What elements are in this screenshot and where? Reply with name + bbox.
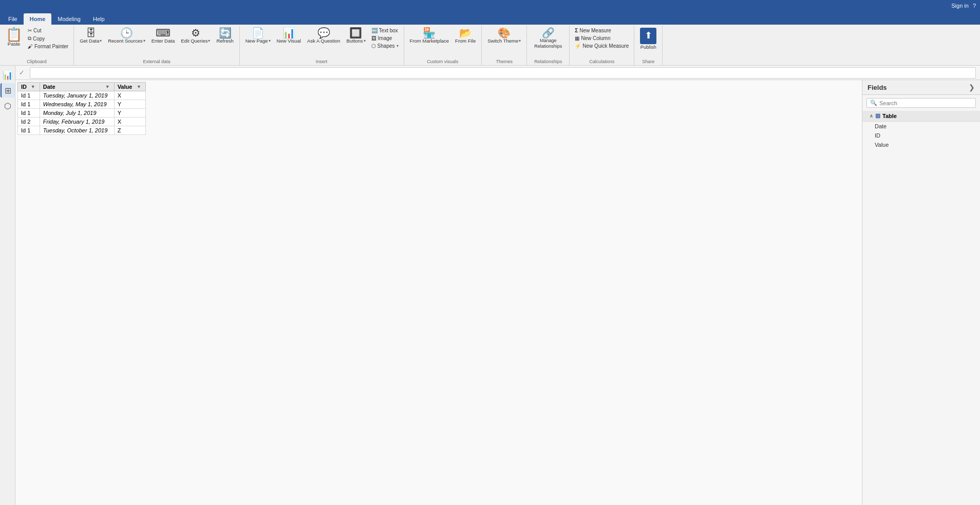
new-measure-icon: Σ [575,28,578,33]
sidebar-data-icon[interactable]: ⊞ [1,83,15,98]
cell-date: Tuesday, January 1, 2019 [40,91,114,100]
ribbon-group-relationships: 🔗 Manage Relationships Relationships [527,26,570,65]
field-name: ID [875,132,880,139]
tab-help[interactable]: Help [87,13,111,25]
new-page-arrow: ▾ [269,38,271,44]
cell-id: Id 1 [18,109,40,118]
table-row: Id 1Wednesday, May 1, 2019Y [18,100,146,109]
col-filter-date[interactable]: ▼ [104,84,111,89]
signin-link[interactable]: Sign in [951,3,969,9]
format-painter-button[interactable]: 🖌 Format Painter [26,43,70,50]
recent-sources-button[interactable]: 🕒 Recent Sources ▾ [105,27,148,45]
image-button[interactable]: 🖼 Image [369,34,401,42]
col-filter-id[interactable]: ▼ [30,84,36,89]
ribbon-group-external-data: 🗄 Get Data ▾ 🕒 Recent Sources ▾ ⌨ Enter … [74,26,240,65]
cell-value: Z [114,126,145,135]
sidebar-model-icon[interactable]: ⬡ [1,99,15,113]
calculations-label: Calculations [589,58,614,64]
tab-home[interactable]: Home [24,13,52,25]
get-data-arrow: ▾ [100,38,102,44]
switch-theme-icon: 🎨 [498,28,511,38]
cut-icon: ✂ [28,28,32,33]
external-data-label: External data [143,58,170,64]
image-icon: 🖼 [371,35,376,41]
get-data-icon: 🗄 [86,28,96,38]
fields-search-input[interactable] [879,100,972,106]
fields-field-item[interactable]: ID [862,131,980,140]
col-header-id: ID ▼ [18,83,40,91]
formula-input[interactable] [30,67,976,79]
from-marketplace-button[interactable]: 🏪 From Marketplace [407,27,452,45]
shapes-icon: ⬡ [371,43,376,49]
fields-table-item[interactable]: ∧⊞Table [862,111,980,122]
new-page-icon: 📄 [252,28,265,38]
new-column-button[interactable]: ▦ New Column [573,34,631,42]
cell-date: Friday, February 1, 2019 [40,118,114,126]
cut-button[interactable]: ✂ Cut [26,27,70,34]
manage-relationships-button[interactable]: 🔗 Manage Relationships [530,27,566,50]
ribbon-group-calculations: Σ New Measure ▦ New Column ⚡ New Quick M… [570,26,634,65]
new-measure-button[interactable]: Σ New Measure [573,27,631,34]
cell-value: Y [114,109,145,118]
tab-modeling[interactable]: Modeling [51,13,87,25]
enter-data-button[interactable]: ⌨ Enter Data [149,27,177,45]
custom-visuals-label: Custom visuals [427,58,458,64]
new-visual-icon: 📊 [282,28,295,38]
get-data-button[interactable]: 🗄 Get Data ▾ [77,27,104,45]
paste-button[interactable]: 📋 Paste [3,27,25,48]
cell-id: Id 2 [18,118,40,126]
fields-panel-header: Fields ❯ [862,80,980,95]
table-row: Id 1Monday, July 1, 2019Y [18,109,146,118]
col-header-date: Date ▼ [40,83,114,91]
cell-value: X [114,118,145,126]
ask-question-button[interactable]: 💬 Ask A Question [305,27,343,45]
ribbon-group-clipboard: 📋 Paste ✂ Cut ⧉ Copy 🖌 Format Painter Cl… [0,26,74,65]
clipboard-small-group: ✂ Cut ⧉ Copy 🖌 Format Painter [26,27,70,50]
help-button[interactable]: ? [973,3,976,9]
format-painter-icon: 🖌 [28,44,33,49]
new-quick-measure-button[interactable]: ⚡ New Quick Measure [573,42,631,50]
paste-icon: 📋 [6,28,22,41]
buttons-icon: 🔲 [349,28,362,38]
shapes-button[interactable]: ⬡ Shapes ▾ [369,42,401,50]
search-icon: 🔍 [870,100,877,106]
fields-field-item[interactable]: Value [862,140,980,149]
data-table: ID ▼ Date ▼ Value ▼ [17,82,146,135]
new-page-button[interactable]: 📄 New Page ▾ [243,27,273,45]
cell-value: Y [114,100,145,109]
ribbon-group-share: ⬆ Publish Share [634,26,663,65]
fields-collapse-icon: ∧ [870,113,873,119]
refresh-icon: 🔄 [219,28,232,38]
insert-label: Insert [316,58,328,64]
insert-small-group: 🔤 Text box 🖼 Image ⬡ Shapes ▾ [369,27,401,50]
col-header-value: Value ▼ [114,83,145,91]
textbox-button[interactable]: 🔤 Text box [369,27,401,34]
from-file-button[interactable]: 📂 From File [453,27,478,45]
edit-queries-button[interactable]: ⚙ Edit Queries ▾ [178,27,213,45]
new-quick-measure-icon: ⚡ [575,43,581,49]
edit-queries-arrow: ▾ [208,38,210,44]
cell-id: Id 1 [18,100,40,109]
publish-button[interactable]: ⬆ Publish [637,27,659,51]
textbox-icon: 🔤 [371,28,378,33]
buttons-arrow: ▾ [364,38,366,44]
edit-queries-icon: ⚙ [191,28,200,38]
fields-search-box: 🔍 [866,98,976,108]
fields-table-icon: ⊞ [875,112,880,120]
formula-confirm-button[interactable]: ✓ [17,68,27,77]
switch-theme-button[interactable]: 🎨 Switch Theme ▾ [485,27,523,45]
copy-button[interactable]: ⧉ Copy [26,34,70,43]
sidebar-report-icon[interactable]: 📊 [1,68,15,82]
cell-value: X [114,91,145,100]
manage-relationships-icon: 🔗 [542,28,555,38]
fields-panel-expand-button[interactable]: ❯ [969,83,975,91]
new-visual-button[interactable]: 📊 New Visual [274,27,304,45]
relationships-label: Relationships [534,58,562,64]
fields-field-item[interactable]: Date [862,122,980,131]
col-filter-value[interactable]: ▼ [136,84,142,89]
buttons-button[interactable]: 🔲 Buttons ▾ [344,27,368,45]
table-row: Id 1Tuesday, October 1, 2019Z [18,126,146,135]
from-file-icon: 📂 [459,28,472,38]
tab-file[interactable]: File [2,13,24,25]
refresh-button[interactable]: 🔄 Refresh [214,27,236,45]
